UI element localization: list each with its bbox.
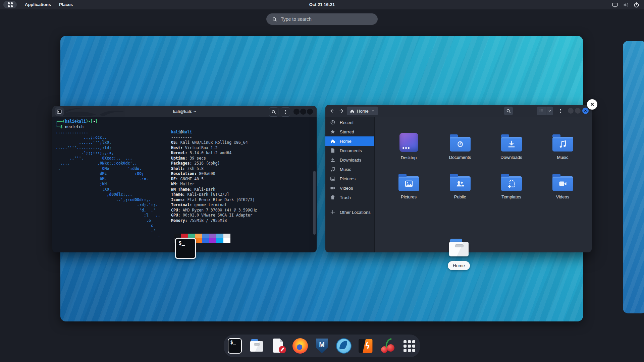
back-button[interactable] xyxy=(328,107,336,115)
activities-button[interactable] xyxy=(3,1,17,8)
files-window[interactable]: Home Recent Starred xyxy=(325,105,592,252)
wireshark-app[interactable] xyxy=(336,337,352,355)
terminal-close-button[interactable] xyxy=(307,109,313,115)
view-options-button[interactable] xyxy=(546,107,553,115)
files-close-button[interactable] xyxy=(582,108,589,114)
forward-button[interactable] xyxy=(337,107,345,115)
close-icon xyxy=(590,102,595,107)
neofetch-info-row: Kernel:5.14.0-kali2-amd64 xyxy=(171,150,257,156)
file-item[interactable]: Videos xyxy=(537,169,588,209)
metasploit-app[interactable] xyxy=(314,337,330,355)
display-icon xyxy=(612,2,618,8)
folder-emblem-icon xyxy=(456,140,465,148)
neofetch-info-row: Packages:2516 (dpkg) xyxy=(171,161,257,166)
status-area[interactable] xyxy=(612,0,639,9)
neofetch-ascii-art: .............. ..,;:ccc,. ......''';lxO.… xyxy=(56,130,160,239)
terminal-minimize-button[interactable] xyxy=(293,109,300,115)
files-minimize-button[interactable] xyxy=(568,108,574,114)
color-swatch xyxy=(209,238,216,243)
sidebar-item-label: Videos xyxy=(340,186,353,191)
search-icon xyxy=(271,110,276,114)
sidebar-item[interactable]: Home xyxy=(325,136,374,146)
home-icon xyxy=(350,109,355,113)
sidebar-item[interactable]: Other Locations xyxy=(325,207,374,217)
terminal-content[interactable]: ┌──(kali⊛kali)-[~] └─$ neofetch ........… xyxy=(52,117,317,252)
files-maximize-button[interactable] xyxy=(575,108,581,114)
applications-menu[interactable]: Applications xyxy=(25,0,51,9)
places-menu[interactable]: Places xyxy=(59,0,73,9)
next-workspace-thumbnail[interactable] xyxy=(623,41,644,313)
file-item[interactable]: Music xyxy=(537,130,588,169)
sidebar-item-icon xyxy=(330,195,335,200)
dash-dock xyxy=(224,335,420,357)
window-close-badge[interactable] xyxy=(587,99,597,110)
search-icon xyxy=(272,17,277,22)
color-swatch xyxy=(223,234,230,238)
folder-emblem-icon xyxy=(507,179,516,188)
sidebar-item-label: Recent xyxy=(340,120,354,125)
terminal-search-button[interactable] xyxy=(269,107,278,117)
list-view-button[interactable] xyxy=(537,107,546,115)
neofetch-info-row: CPU:AMD Ryzen 7 3700X (4) @ 3.599GHz xyxy=(171,208,257,213)
cherrytree-app[interactable] xyxy=(379,337,395,355)
sidebar-item[interactable]: Trash xyxy=(325,193,374,202)
chevron-down-icon xyxy=(371,109,375,113)
volume-icon xyxy=(623,2,629,8)
file-item[interactable]: Pictures xyxy=(383,169,434,209)
search-input[interactable]: Type to search xyxy=(266,13,378,25)
sidebar-item[interactable]: Downloads xyxy=(325,155,374,165)
folder-icon xyxy=(450,137,471,152)
sidebar-item[interactable]: Music xyxy=(325,165,374,174)
sidebar-item-label: Downloads xyxy=(340,158,361,163)
power-icon xyxy=(634,2,639,8)
file-item[interactable]: Templates xyxy=(486,169,537,209)
files-app[interactable] xyxy=(249,337,265,355)
files-app-badge[interactable] xyxy=(449,239,469,257)
file-item[interactable]: Downloads xyxy=(486,130,537,169)
location-button[interactable]: Home xyxy=(347,107,378,115)
folder-icon xyxy=(450,176,471,191)
clock[interactable]: Oct 21 16:21 xyxy=(309,0,335,9)
chevron-down-icon xyxy=(548,109,552,113)
file-item[interactable]: Public xyxy=(434,169,486,209)
sidebar-item-icon xyxy=(330,185,335,191)
neofetch-info-row: Terminal:gnome-terminal xyxy=(171,202,257,208)
app-grid-button[interactable] xyxy=(401,337,417,355)
sidebar-item[interactable]: Documents xyxy=(325,146,374,155)
sidebar-item[interactable]: Recent xyxy=(325,118,374,127)
new-terminal-button[interactable] xyxy=(55,107,64,116)
sidebar-item-icon xyxy=(330,138,335,144)
folder-icon xyxy=(398,176,419,191)
files-menu-button[interactable] xyxy=(556,107,565,115)
terminal-window[interactable]: kali@kali: ~ ┌──(kali⊛kali)-[~] └─$ neof… xyxy=(52,106,317,252)
folder-emblem-icon xyxy=(558,179,567,188)
firefox-app[interactable] xyxy=(292,337,308,355)
files-search-button[interactable] xyxy=(504,107,513,115)
terminal-maximize-button[interactable] xyxy=(300,109,306,115)
files-headerbar[interactable]: Home xyxy=(325,105,592,117)
arrow-right-icon xyxy=(339,108,344,114)
sidebar-item[interactable]: Pictures xyxy=(325,174,374,183)
terminal-titlebar[interactable]: kali@kali: ~ xyxy=(52,106,317,117)
color-swatch xyxy=(223,238,230,243)
terminal-app-badge[interactable]: $_ xyxy=(175,238,196,259)
burpsuite-app[interactable] xyxy=(358,337,374,355)
terminal-scrollbar[interactable] xyxy=(313,171,316,235)
terminal-menu-button[interactable] xyxy=(281,107,290,117)
file-item[interactable]: Documents xyxy=(434,130,486,169)
file-item-label: Downloads xyxy=(500,155,522,160)
folder-icon xyxy=(552,176,573,191)
text-editor-app[interactable] xyxy=(270,337,286,355)
file-item-label: Pictures xyxy=(401,194,417,199)
files-app-icon-body xyxy=(449,242,469,256)
file-item[interactable]: Desktop xyxy=(383,130,434,169)
terminal-app[interactable] xyxy=(227,337,243,355)
sidebar-item[interactable]: Videos xyxy=(325,183,374,193)
folder-icon xyxy=(501,176,522,191)
color-swatch xyxy=(195,238,202,243)
neofetch-underline: --------- xyxy=(171,135,257,140)
neofetch-info-row: Host:VirtualBox 1.2 xyxy=(171,145,257,151)
color-swatch xyxy=(209,234,216,238)
sidebar-item[interactable]: Starred xyxy=(325,127,374,136)
files-sidebar: Recent Starred Home Documents Downloads xyxy=(325,117,375,252)
